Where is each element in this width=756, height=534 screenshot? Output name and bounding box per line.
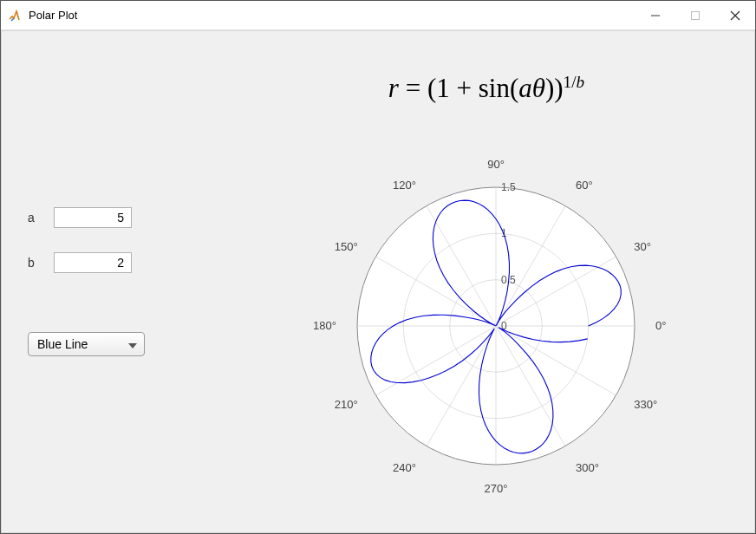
svg-text:210°: 210° [335,398,358,411]
svg-text:30°: 30° [634,240,651,253]
maximize-button [675,1,715,30]
field-a: a [28,207,218,228]
svg-text:150°: 150° [335,240,358,253]
svg-text:330°: 330° [634,398,657,411]
svg-text:60°: 60° [576,179,593,192]
matlab-icon [8,9,22,23]
minimize-button[interactable] [635,1,675,30]
label-a: a [28,211,54,225]
svg-rect-1 [692,11,700,19]
svg-text:90°: 90° [487,158,505,171]
content-panel: a b Blue Line r = (1 + sin(aθ))1/b [1,30,755,533]
input-a[interactable] [54,207,132,228]
svg-text:240°: 240° [393,461,416,474]
equation-title: r = (1 + sin(aθ))1/b [244,73,728,104]
style-select-value: Blue Line [37,337,88,351]
controls-panel: a b Blue Line [2,31,244,532]
close-button[interactable] [715,1,755,30]
app-window: Polar Plot a b Blue Line [0,0,756,534]
svg-text:180°: 180° [313,319,336,332]
field-b: b [28,252,218,273]
style-select[interactable]: Blue Line [28,332,145,356]
polar-plot: 0°30°60°90°120°150°180°210°240°270°300°3… [288,144,704,525]
chevron-down-icon [128,337,137,351]
input-b[interactable] [54,252,132,273]
titlebar: Polar Plot [1,1,755,30]
svg-text:120°: 120° [393,179,416,192]
svg-text:1.5: 1.5 [501,181,516,193]
svg-text:0°: 0° [655,319,666,332]
plot-area: r = (1 + sin(aθ))1/b 0°30°60°90°120°150°… [244,31,754,532]
style-select-box[interactable]: Blue Line [28,332,145,356]
svg-text:300°: 300° [576,461,599,474]
svg-text:270°: 270° [485,482,508,495]
window-title: Polar Plot [29,9,77,22]
label-b: b [28,256,54,270]
